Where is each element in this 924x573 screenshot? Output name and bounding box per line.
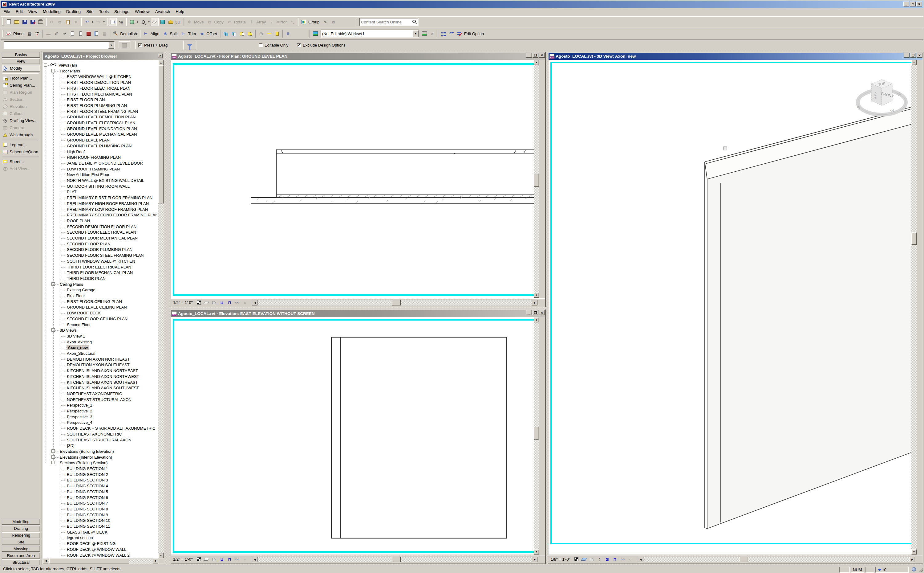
option-list-1-button[interactable] (440, 30, 448, 38)
default-3d-view-button[interactable] (159, 18, 167, 26)
match-button[interactable]: ✐ (52, 30, 60, 38)
designbar-tool-callout[interactable]: Callout (3, 110, 40, 117)
join-geometry-4-button[interactable] (246, 30, 254, 38)
designbar-tool-walkthrough[interactable]: Walkthrough (3, 132, 40, 138)
edit-option-label[interactable]: Edit Option (464, 31, 484, 36)
crop-region-icon[interactable]: ⊔ (219, 300, 225, 305)
show-crop-icon[interactable]: ⊓ (612, 557, 618, 562)
axon-close-button[interactable]: ✕ (916, 53, 922, 58)
tree-collapse-icon[interactable]: - (52, 461, 55, 464)
undo-button[interactable]: ↶ (83, 18, 91, 26)
cut-button[interactable]: ✂ (48, 18, 56, 26)
project-browser-close-icon[interactable]: ✕ (158, 54, 162, 58)
pin-button[interactable]: ✎ (321, 18, 329, 26)
delete-button[interactable]: ✕ (72, 18, 80, 26)
designbar-tab-basics[interactable]: Basics (2, 52, 40, 58)
axon-canvas[interactable]: TOP FRONT LEFT S N W ▲ ▼ (549, 60, 916, 554)
axon-hscrollbar[interactable]: ◀ ▶ (638, 557, 915, 562)
axon-vscrollbar[interactable]: ▲ ▼ (912, 60, 916, 554)
elevation-hscrollbar[interactable]: ◀ ▶ (252, 557, 537, 562)
temporary-hide-isolate-icon[interactable]: 👓 (620, 557, 626, 562)
demolish-button[interactable] (111, 30, 120, 38)
floor-plan-title-bar[interactable]: Agosto_LOCAL.rvt - Floor Plan: GROUND LE… (171, 53, 545, 60)
designbar-tab-view[interactable]: View (2, 58, 40, 64)
designbar-tool-section[interactable]: Section (3, 96, 40, 103)
shadows-icon[interactable] (203, 300, 209, 305)
work-plane-button[interactable] (5, 30, 12, 38)
designbar-tool-drafting-view[interactable]: Drafting View... (3, 117, 40, 124)
floor-plan-restore-button[interactable]: ❐ (532, 53, 538, 58)
editable-only-checkbox[interactable] (259, 43, 263, 47)
view-scale[interactable]: 1/2" = 1'-0" (173, 557, 192, 562)
grid-button[interactable]: ▦ (25, 30, 33, 38)
split-button[interactable]: ✻ (161, 30, 169, 38)
detail-level-icon[interactable] (211, 557, 217, 562)
tree-expand-icon[interactable]: + (52, 449, 55, 453)
trim-button[interactable]: ⊩ (179, 30, 187, 38)
floor-plan-close-button[interactable]: ✕ (539, 53, 545, 58)
beam-join-button[interactable] (265, 30, 273, 38)
show-crop-icon[interactable]: ⊓ (226, 300, 233, 305)
save-to-central-button[interactable]: ↺ (29, 18, 37, 26)
toolbar-grip[interactable] (3, 30, 3, 37)
paint-button[interactable] (84, 30, 92, 38)
dropdown-arrow-icon[interactable]: ▼ (91, 18, 94, 26)
axon-minimize-button[interactable]: _ (904, 53, 910, 58)
designbar-tab-site[interactable]: Site (2, 539, 40, 545)
menu-site[interactable]: Site (83, 8, 96, 16)
align-button[interactable]: ⊨ (142, 30, 150, 38)
designbar-tool-schedule-quan[interactable]: Schedule/Quan (3, 149, 40, 155)
curtain-grid-button[interactable]: ▦ (100, 30, 108, 38)
designbar-tab-drafting[interactable]: Drafting (2, 526, 40, 531)
axon-3d-title-bar[interactable]: Agosto_LOCAL.rvt - 3D View: Axon_new (549, 53, 922, 60)
designbar-tool-sheet[interactable]: Sheet... (3, 158, 40, 165)
elevation-minimize-button[interactable]: _ (526, 310, 532, 315)
open-folder-button[interactable] (12, 18, 20, 26)
press-drag-checkbox[interactable]: ✓ (138, 43, 142, 47)
dynamic-view-button[interactable] (128, 18, 136, 26)
menu-drafting[interactable]: Drafting (64, 8, 83, 16)
crop-region-off-icon[interactable]: ⊠ (604, 557, 610, 562)
dropdown-arrow-icon[interactable]: ▼ (147, 18, 151, 26)
active-workset-select[interactable]: (Not Editable) Workset1▼ (321, 30, 419, 38)
move-button[interactable]: ✥ (186, 18, 194, 26)
content-search-input[interactable]: Content Search Online (359, 18, 418, 26)
wall-join-button[interactable]: ⊞ (257, 30, 265, 38)
resize-grip[interactable] (918, 567, 923, 572)
filter-button[interactable] (183, 41, 196, 50)
close-button[interactable]: × (916, 2, 922, 6)
door-tool-button[interactable] (69, 30, 76, 38)
dropdown-arrow-icon[interactable]: ▼ (136, 18, 139, 26)
maximize-button[interactable]: □ (910, 2, 916, 6)
component-button[interactable]: ▬ (44, 30, 52, 38)
linework2-button[interactable]: ⊪ (284, 30, 292, 38)
workset-gray-button[interactable] (420, 30, 428, 38)
zoom-button[interactable] (139, 18, 147, 26)
model-graphics-style-icon[interactable] (573, 557, 579, 562)
axon-restore-button[interactable]: ❐ (910, 53, 916, 58)
redo-button[interactable]: ↷ (94, 18, 102, 26)
designbar-tool-floor-plan[interactable]: Floor Plan... (3, 75, 40, 81)
linework-button[interactable]: ✑ (60, 30, 69, 38)
option-list-2-button[interactable] (448, 30, 456, 38)
spelling-button[interactable]: ABC✓ (33, 30, 41, 38)
designbar-tool-add-view[interactable]: Add View... (3, 166, 40, 172)
resize-button[interactable]: ⤡ (289, 18, 297, 26)
floor-plan-vscrollbar[interactable]: ▲ ▼ (534, 60, 539, 298)
minimize-button[interactable]: _ (904, 2, 909, 6)
view-scale[interactable]: 1/8" = 1'-0" (551, 557, 570, 562)
tree-expand-icon[interactable]: + (52, 455, 55, 459)
join-geometry-3-button[interactable] (238, 30, 246, 38)
detail-level-icon[interactable] (588, 557, 595, 562)
elevation-canvas[interactable]: ▲ ▼ (171, 317, 539, 554)
project-browser-toggle-button[interactable]: ⋮≡ (109, 18, 117, 26)
designbar-tool-elevation[interactable]: Elevation (3, 103, 40, 110)
toolbar-grip[interactable] (3, 18, 3, 26)
context-help-button[interactable]: № (117, 18, 125, 26)
print-button[interactable] (37, 18, 45, 26)
status-filter[interactable]: :0 (875, 567, 908, 573)
window-tool-button[interactable] (76, 30, 84, 38)
designbar-tab-rendering[interactable]: Rendering (2, 532, 40, 538)
menu-help[interactable]: Help (173, 8, 187, 16)
exclude-design-options-checkbox[interactable]: ✓ (297, 43, 301, 47)
